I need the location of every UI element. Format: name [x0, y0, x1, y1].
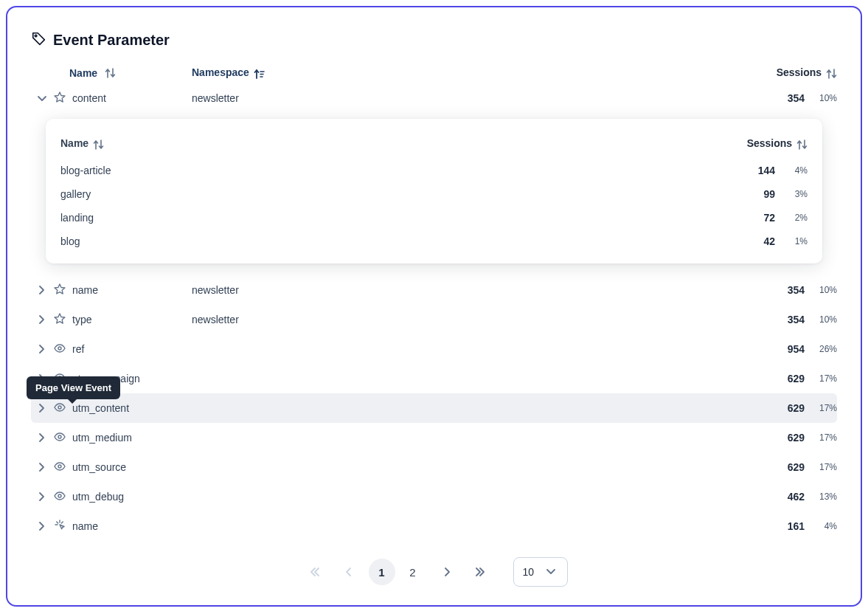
expand-button[interactable]: [31, 313, 53, 326]
panel-title: Event Parameter: [53, 32, 170, 49]
nested-row-name: landing: [60, 212, 731, 224]
table-row[interactable]: typenewsletter35410%: [31, 305, 837, 334]
expand-button[interactable]: [31, 342, 53, 356]
nested-col-name[interactable]: Name: [60, 137, 747, 150]
panel-header: Event Parameter: [31, 31, 837, 49]
row-name-cell: ref: [53, 342, 192, 357]
page-last-button[interactable]: [468, 559, 494, 585]
row-percent: 17%: [805, 462, 837, 472]
nested-row-name: blog: [60, 235, 731, 247]
column-header-name[interactable]: Name: [53, 67, 192, 79]
row-name-cell: utm_debug: [53, 489, 192, 505]
row-name-cell: name: [53, 283, 192, 298]
row-name-cell: type: [53, 312, 192, 328]
tag-icon: [31, 31, 47, 49]
table-row[interactable]: utm_debug46213%: [31, 482, 837, 511]
row-name: utm_source: [72, 461, 126, 473]
row-name-cell: content: [53, 91, 192, 106]
row-namespace: newsletter: [192, 92, 310, 104]
row-sessions: 354: [763, 284, 805, 296]
row-namespace: newsletter: [192, 284, 310, 296]
row-percent: 26%: [805, 344, 837, 354]
event-parameter-panel: Event Parameter Name Namespace Sessions …: [6, 6, 862, 607]
row-name: utm_content: [72, 402, 129, 414]
row-sessions: 629: [763, 373, 805, 384]
column-header-namespace[interactable]: Namespace: [192, 66, 310, 79]
expand-button[interactable]: [31, 431, 53, 444]
page-number-button[interactable]: 2: [400, 559, 426, 585]
expand-button[interactable]: [31, 460, 53, 474]
table-row[interactable]: utm_source62917%: [31, 452, 837, 482]
row-name: content: [72, 92, 106, 104]
sort-icon: [93, 139, 104, 151]
page-first-button[interactable]: [301, 559, 327, 585]
row-percent: 13%: [805, 491, 837, 502]
row-name-cell: utm_medium: [53, 430, 192, 446]
chevron-down-icon: [544, 565, 558, 580]
table-row[interactable]: utm_medium62917%: [31, 423, 837, 452]
row-name: name: [72, 284, 98, 296]
page-size-select[interactable]: 10: [513, 557, 568, 587]
page-number-button[interactable]: 1: [369, 559, 395, 585]
row-sessions: 354: [763, 314, 805, 325]
nested-row-percent: 1%: [775, 236, 808, 246]
sort-icon: [796, 139, 808, 151]
eye-icon: [53, 489, 66, 505]
nested-row-percent: 3%: [775, 189, 808, 199]
sort-icon: [105, 67, 116, 79]
row-percent: 10%: [805, 285, 837, 295]
table-row[interactable]: name1614%: [31, 511, 837, 541]
row-name-cell: utm_source: [53, 460, 192, 475]
row-sessions: 354: [763, 92, 805, 104]
nested-table: Name Sessions blog-article1444%gallery99…: [46, 119, 822, 263]
row-name: type: [72, 314, 91, 325]
table-row[interactable]: utm_content62917%: [31, 393, 837, 423]
star-icon: [53, 91, 66, 106]
row-percent: 4%: [805, 521, 837, 531]
row-sessions: 161: [763, 520, 805, 532]
nested-row[interactable]: blog421%: [60, 230, 808, 253]
nested-row-sessions: 99: [731, 188, 775, 200]
table-header: Name Namespace Sessions: [31, 63, 837, 83]
star-icon: [53, 283, 66, 298]
row-name: ref: [72, 343, 84, 355]
table-row[interactable]: ref95426%: [31, 334, 837, 364]
eye-icon: [53, 460, 66, 475]
star-icon: [53, 312, 66, 328]
nested-row[interactable]: blog-article1444%: [60, 159, 808, 182]
row-percent: 17%: [805, 403, 837, 413]
nested-row-name: gallery: [60, 188, 731, 200]
row-sessions: 462: [763, 491, 805, 503]
row-sessions: 629: [763, 402, 805, 414]
nested-row-name: blog-article: [60, 165, 731, 176]
page-next-button[interactable]: [434, 559, 460, 585]
expand-button[interactable]: [31, 283, 53, 297]
page-prev-button[interactable]: [335, 559, 361, 585]
click-icon: [53, 519, 66, 534]
nested-row[interactable]: landing722%: [60, 206, 808, 230]
expand-button[interactable]: [31, 401, 53, 415]
expand-button[interactable]: [31, 520, 53, 533]
table-row[interactable]: contentnewsletter35410%: [31, 83, 837, 113]
collapse-button[interactable]: [31, 92, 53, 105]
table-row[interactable]: namenewsletter35410%: [31, 275, 837, 305]
row-percent: 10%: [805, 314, 837, 325]
sort-asc-icon: [254, 68, 265, 80]
tooltip: Page View Event: [27, 376, 120, 399]
expand-button[interactable]: [31, 490, 53, 503]
page-size-value: 10: [523, 566, 535, 578]
table-row[interactable]: utm_campaign62917%: [31, 364, 837, 393]
pagination: 12 10: [31, 557, 837, 587]
column-header-sessions[interactable]: Sessions: [777, 66, 837, 79]
nested-row-sessions: 144: [731, 165, 775, 176]
nested-row-percent: 4%: [775, 165, 808, 176]
nested-header: Name Sessions: [60, 132, 808, 156]
eye-icon: [53, 342, 66, 357]
nested-col-sessions[interactable]: Sessions: [747, 137, 808, 150]
row-percent: 17%: [805, 432, 837, 443]
row-name: name: [72, 520, 98, 532]
eye-icon: [53, 401, 66, 416]
row-percent: 17%: [805, 373, 837, 384]
nested-row-sessions: 42: [731, 235, 775, 247]
nested-row[interactable]: gallery993%: [60, 182, 808, 206]
